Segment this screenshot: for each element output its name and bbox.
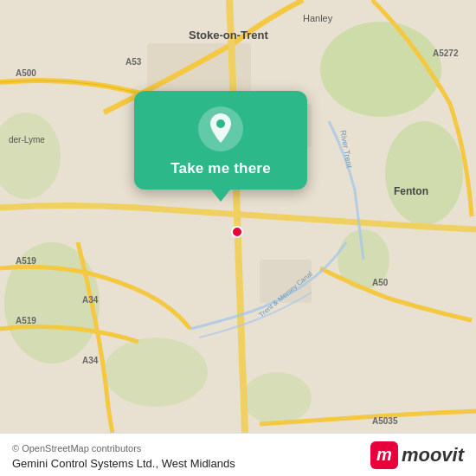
map-background: A500 A53 A5272 A519 A519 A34 A34 A50 A50…: [0, 0, 476, 433]
moovit-m-icon: m: [370, 441, 398, 469]
svg-point-2: [385, 121, 463, 225]
popup-card[interactable]: Take me there: [134, 91, 307, 190]
bottom-bar-left: © OpenStreetMap contributors Gemini Cont…: [12, 440, 235, 471]
svg-text:A50: A50: [372, 278, 389, 287]
svg-point-28: [216, 119, 225, 128]
svg-text:A519: A519: [16, 316, 36, 325]
location-text: Gemini Control Systems Ltd., West Midlan…: [12, 457, 235, 470]
svg-text:A53: A53: [125, 57, 142, 67]
location-pin-icon: [207, 113, 235, 145]
svg-text:A34: A34: [82, 295, 99, 305]
moovit-wordmark: moovit: [402, 444, 464, 466]
svg-point-1: [320, 22, 441, 117]
location-label: Gemini Control Systems Ltd., West Midlan…: [12, 455, 235, 471]
svg-text:A34: A34: [82, 356, 99, 365]
svg-point-6: [104, 338, 208, 407]
svg-text:A5035: A5035: [372, 416, 398, 426]
map-container: A500 A53 A5272 A519 A519 A34 A34 A50 A50…: [0, 0, 476, 433]
svg-text:Hanley: Hanley: [303, 13, 333, 23]
bottom-bar: © OpenStreetMap contributors Gemini Cont…: [0, 433, 476, 476]
svg-text:Stoke-on-Trent: Stoke-on-Trent: [189, 29, 268, 42]
svg-text:Fenton: Fenton: [394, 185, 428, 197]
svg-point-27: [232, 227, 242, 237]
take-me-there-button[interactable]: Take me there: [170, 160, 271, 177]
svg-text:A519: A519: [16, 256, 36, 266]
svg-text:A5272: A5272: [433, 48, 459, 58]
attribution: © OpenStreetMap contributors: [12, 440, 235, 455]
svg-text:der-Lyme: der-Lyme: [9, 135, 45, 145]
svg-point-7: [242, 372, 312, 424]
moovit-logo: m moovit: [370, 441, 464, 469]
location-icon-wrapper: [198, 106, 243, 151]
svg-text:A500: A500: [16, 68, 36, 78]
attribution-text: © OpenStreetMap contributors: [12, 443, 141, 453]
